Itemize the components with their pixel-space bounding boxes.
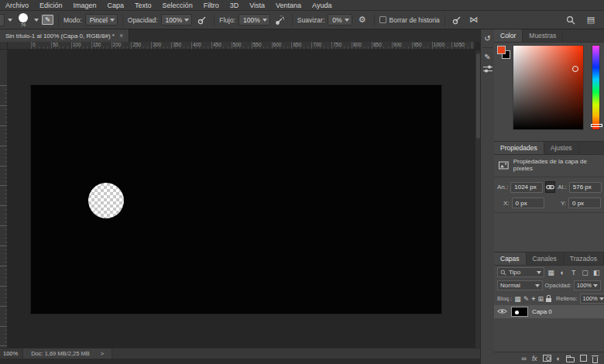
brushes-panel-icon[interactable]: ✎ xyxy=(482,51,494,63)
menu-ayuda[interactable]: Ayuda xyxy=(307,2,337,9)
layer-filter-row: Tipo ▦ ◐ T ▢ ◧ xyxy=(494,266,604,279)
tab-ajustes[interactable]: Ajustes xyxy=(544,142,579,154)
new-group-icon[interactable] xyxy=(566,355,575,362)
paint-symmetry-icon[interactable]: ⋈ xyxy=(467,13,481,26)
layer-effects-icon[interactable]: fx xyxy=(532,355,537,362)
hue-slider-bar[interactable] xyxy=(592,45,600,130)
lock-move-icon[interactable]: + xyxy=(531,294,535,304)
blend-mode-value: Normal xyxy=(500,282,533,289)
hue-slider-handle[interactable] xyxy=(591,124,602,127)
vertical-scrollbar[interactable] xyxy=(475,50,480,348)
chevron-down-icon xyxy=(599,297,604,300)
tab-propiedades[interactable]: Propiedades xyxy=(494,142,544,154)
properties-panel-tabs: Propiedades Ajustes xyxy=(494,142,604,155)
doc-size-text: Doc: 1,69 MB/2,25 MB xyxy=(31,350,89,357)
pressure-size-icon[interactable] xyxy=(450,13,464,26)
divider xyxy=(482,47,493,48)
document-info[interactable]: Doc: 1,69 MB/2,25 MB > xyxy=(22,349,112,359)
color-picker-ring-icon[interactable] xyxy=(572,66,578,72)
width-field[interactable]: 1024 px xyxy=(510,182,543,193)
smoothing-dropdown[interactable]: 0% xyxy=(328,14,352,26)
filter-shape-layers-icon[interactable]: ▢ xyxy=(581,268,590,277)
menu-edicion[interactable]: Edición xyxy=(34,2,68,9)
y-label: Y: xyxy=(561,200,566,207)
filter-smart-objects-icon[interactable]: ◧ xyxy=(592,268,601,277)
document-canvas[interactable] xyxy=(31,85,441,314)
chevron-down-icon xyxy=(593,284,598,287)
close-icon[interactable]: × xyxy=(119,32,123,39)
tab-capas[interactable]: Capas xyxy=(494,252,527,265)
document-tab[interactable]: Sin título-1 al 100% (Capa 0, RGB/8#) * … xyxy=(0,29,129,42)
brush-preset-picker[interactable]: 76 xyxy=(15,13,31,27)
status-expand-icon[interactable]: > xyxy=(101,350,104,357)
opacity-dropdown[interactable]: 100% xyxy=(161,14,193,26)
zoom-level-field[interactable]: 100% xyxy=(0,350,22,357)
gear-icon[interactable]: ⚙ xyxy=(355,13,369,26)
menu-seleccion[interactable]: Selección xyxy=(157,2,198,9)
layer-opacity-value: 100% xyxy=(577,282,592,289)
brush-preset-caret-icon[interactable] xyxy=(34,19,39,22)
chevron-down-icon xyxy=(263,19,267,22)
lock-artboard-icon[interactable]: ⊞ xyxy=(538,294,544,304)
history-panel-icon[interactable]: ↺ xyxy=(482,33,494,44)
ruler-corner[interactable] xyxy=(0,42,8,50)
tab-canales[interactable]: Canales xyxy=(527,252,564,265)
menu-3d[interactable]: 3D xyxy=(225,2,245,9)
height-field[interactable]: 576 px xyxy=(569,182,602,193)
link-dimensions-icon[interactable] xyxy=(545,181,555,193)
layer-opacity-dropdown[interactable]: 100% xyxy=(574,280,601,290)
menu-filtro[interactable]: Filtro xyxy=(198,2,225,9)
brush-settings-panel-icon[interactable] xyxy=(482,63,494,74)
tab-color[interactable]: Color xyxy=(494,29,523,42)
filter-adjustment-layers-icon[interactable]: ◐ xyxy=(558,268,567,277)
tab-trazados[interactable]: Trazados xyxy=(564,252,604,265)
y-field[interactable]: 0 px xyxy=(568,197,601,208)
layer-thumbnail[interactable] xyxy=(511,307,528,317)
search-icon[interactable] xyxy=(564,13,578,26)
brush-settings-panel-toggle[interactable]: ✎ xyxy=(42,15,53,25)
layer-row-capa0[interactable]: Capa 0 xyxy=(494,305,604,318)
divider xyxy=(122,14,123,26)
menu-ventana[interactable]: Ventana xyxy=(270,2,307,9)
blend-mode-dropdown[interactable]: Normal xyxy=(497,280,543,290)
foreground-color-swatch[interactable] xyxy=(497,46,506,54)
tool-preset-caret-icon[interactable] xyxy=(8,19,12,22)
menu-imagen[interactable]: Imagen xyxy=(68,2,102,9)
layers-panel-tabs: Capas Canales Trazados xyxy=(494,252,604,266)
layers-bottom-bar: ∞ fx ◐ xyxy=(494,352,604,364)
mode-dropdown[interactable]: Pincel xyxy=(85,14,118,26)
delete-layer-icon[interactable] xyxy=(592,354,598,363)
lock-transparency-icon[interactable]: ▦ xyxy=(514,294,521,304)
x-field[interactable]: 0 px xyxy=(512,197,544,208)
pressure-opacity-icon[interactable] xyxy=(195,13,209,26)
ruler-label: 550 xyxy=(253,42,262,47)
tab-muestras[interactable]: Muestras xyxy=(523,29,563,42)
erase-history-checkbox[interactable] xyxy=(379,16,386,23)
lock-all-icon[interactable] xyxy=(546,294,551,304)
add-layer-mask-icon[interactable] xyxy=(543,355,551,362)
filter-type-layers-icon[interactable]: T xyxy=(569,268,578,277)
workspace-switcher-icon[interactable]: ▤ xyxy=(584,13,598,26)
divider xyxy=(292,14,293,26)
menu-capa[interactable]: Capa xyxy=(102,2,130,9)
adjustment-layer-icon[interactable]: ◐ xyxy=(557,355,561,362)
tool-preset-picker[interactable] xyxy=(0,14,5,26)
ruler-label: 600 xyxy=(273,42,282,47)
menu-vista[interactable]: Vista xyxy=(244,2,270,9)
filter-pixel-layers-icon[interactable]: ▦ xyxy=(547,268,556,277)
menu-texto[interactable]: Texto xyxy=(129,2,157,9)
ruler-label: 850 xyxy=(373,42,382,47)
visibility-eye-icon[interactable] xyxy=(497,308,507,316)
link-layers-icon[interactable]: ∞ xyxy=(522,355,527,362)
chevron-down-icon xyxy=(345,19,349,22)
mode-value: Pincel xyxy=(90,16,108,24)
layer-filter-dropdown[interactable]: Tipo xyxy=(497,267,544,277)
flow-dropdown[interactable]: 100% xyxy=(239,14,270,26)
lock-paint-icon[interactable]: ✎ xyxy=(523,294,530,304)
divider xyxy=(444,14,445,26)
saturation-brightness-field[interactable] xyxy=(513,45,584,130)
menu-archivo[interactable]: Archivo xyxy=(0,2,34,9)
airbrush-icon[interactable] xyxy=(273,13,287,26)
new-layer-icon[interactable] xyxy=(580,355,587,362)
fill-dropdown[interactable]: 100% xyxy=(580,294,604,304)
